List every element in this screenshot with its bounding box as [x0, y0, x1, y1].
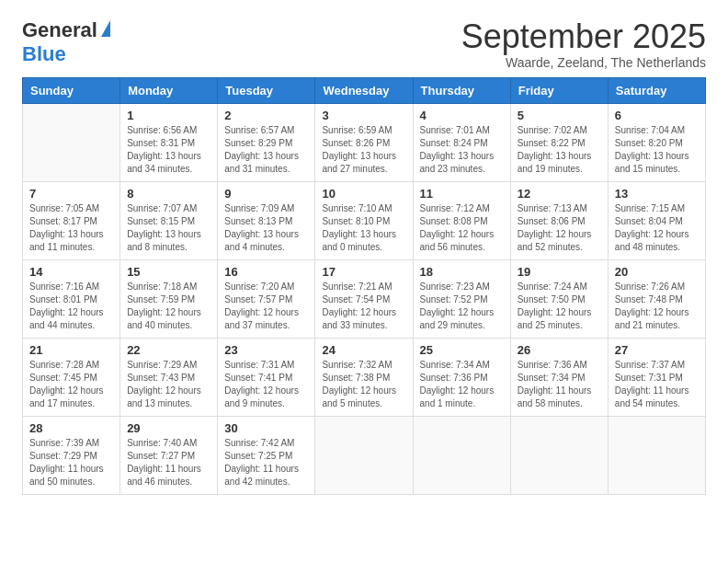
logo-triangle-icon [101, 20, 110, 37]
logo: General Blue [22, 18, 110, 66]
day-number: 29 [127, 421, 210, 435]
day-number: 18 [420, 265, 504, 279]
logo-general-text: General [22, 18, 97, 42]
day-number: 24 [322, 343, 405, 357]
day-info: Sunrise: 7:10 AM Sunset: 8:10 PM Dayligh… [322, 202, 405, 254]
day-number: 12 [518, 187, 601, 201]
day-info: Sunrise: 7:02 AM Sunset: 8:22 PM Dayligh… [518, 124, 601, 176]
day-info: Sunrise: 7:37 AM Sunset: 7:31 PM Dayligh… [615, 359, 699, 410]
column-header-tuesday: Tuesday [218, 77, 315, 103]
calendar-cell: 28Sunrise: 7:39 AM Sunset: 7:29 PM Dayli… [23, 416, 120, 494]
column-header-sunday: Sunday [23, 77, 120, 103]
calendar-cell: 8Sunrise: 7:07 AM Sunset: 8:15 PM Daylig… [120, 181, 218, 259]
calendar-cell: 9Sunrise: 7:09 AM Sunset: 8:13 PM Daylig… [218, 181, 315, 259]
day-info: Sunrise: 7:36 AM Sunset: 7:34 PM Dayligh… [518, 359, 601, 410]
column-header-thursday: Thursday [413, 77, 510, 103]
day-number: 25 [420, 343, 504, 357]
day-info: Sunrise: 6:59 AM Sunset: 8:26 PM Dayligh… [322, 124, 405, 176]
day-info: Sunrise: 7:42 AM Sunset: 7:25 PM Dayligh… [224, 437, 308, 488]
month-title: September 2025 [461, 18, 706, 55]
calendar-cell: 4Sunrise: 7:01 AM Sunset: 8:24 PM Daylig… [413, 103, 510, 181]
day-info: Sunrise: 7:29 AM Sunset: 7:43 PM Dayligh… [127, 359, 210, 410]
day-info: Sunrise: 6:56 AM Sunset: 8:31 PM Dayligh… [127, 124, 210, 176]
day-info: Sunrise: 7:01 AM Sunset: 8:24 PM Dayligh… [420, 124, 504, 176]
week-row-3: 14Sunrise: 7:16 AM Sunset: 8:01 PM Dayli… [23, 259, 706, 338]
week-row-2: 7Sunrise: 7:05 AM Sunset: 8:17 PM Daylig… [23, 181, 706, 259]
day-info: Sunrise: 6:57 AM Sunset: 8:29 PM Dayligh… [224, 124, 308, 176]
calendar-cell: 13Sunrise: 7:15 AM Sunset: 8:04 PM Dayli… [608, 181, 705, 259]
week-row-4: 21Sunrise: 7:28 AM Sunset: 7:45 PM Dayli… [23, 338, 706, 416]
calendar-cell: 27Sunrise: 7:37 AM Sunset: 7:31 PM Dayli… [608, 338, 705, 416]
day-info: Sunrise: 7:26 AM Sunset: 7:48 PM Dayligh… [615, 281, 699, 332]
day-info: Sunrise: 7:04 AM Sunset: 8:20 PM Dayligh… [615, 124, 699, 176]
day-info: Sunrise: 7:16 AM Sunset: 8:01 PM Dayligh… [29, 281, 113, 332]
day-info: Sunrise: 7:21 AM Sunset: 7:54 PM Dayligh… [322, 281, 405, 332]
day-info: Sunrise: 7:31 AM Sunset: 7:41 PM Dayligh… [224, 359, 308, 410]
day-number: 19 [518, 265, 601, 279]
day-number: 3 [322, 109, 405, 122]
day-number: 9 [224, 187, 308, 201]
calendar-cell [315, 416, 413, 494]
calendar-cell: 15Sunrise: 7:18 AM Sunset: 7:59 PM Dayli… [120, 259, 218, 338]
day-number: 13 [615, 187, 699, 201]
column-header-wednesday: Wednesday [315, 77, 413, 103]
calendar-cell: 5Sunrise: 7:02 AM Sunset: 8:22 PM Daylig… [510, 103, 608, 181]
day-number: 30 [224, 421, 308, 435]
calendar-cell: 11Sunrise: 7:12 AM Sunset: 8:08 PM Dayli… [413, 181, 510, 259]
calendar-table: SundayMondayTuesdayWednesdayThursdayFrid… [22, 77, 706, 495]
logo-blue-text: Blue [22, 42, 66, 66]
day-info: Sunrise: 7:20 AM Sunset: 7:57 PM Dayligh… [224, 281, 308, 332]
calendar-cell: 20Sunrise: 7:26 AM Sunset: 7:48 PM Dayli… [608, 259, 705, 338]
calendar-cell: 19Sunrise: 7:24 AM Sunset: 7:50 PM Dayli… [510, 259, 608, 338]
calendar-cell: 26Sunrise: 7:36 AM Sunset: 7:34 PM Dayli… [510, 338, 608, 416]
calendar-cell: 25Sunrise: 7:34 AM Sunset: 7:36 PM Dayli… [413, 338, 510, 416]
calendar-cell: 30Sunrise: 7:42 AM Sunset: 7:25 PM Dayli… [218, 416, 315, 494]
day-number: 14 [29, 265, 113, 279]
day-number: 21 [29, 343, 113, 357]
page-header: General Blue September 2025 Waarde, Zeel… [22, 18, 706, 70]
day-number: 16 [224, 265, 308, 279]
calendar-cell: 7Sunrise: 7:05 AM Sunset: 8:17 PM Daylig… [23, 181, 120, 259]
calendar-cell: 29Sunrise: 7:40 AM Sunset: 7:27 PM Dayli… [120, 416, 218, 494]
calendar-cell: 1Sunrise: 6:56 AM Sunset: 8:31 PM Daylig… [120, 103, 218, 181]
calendar-cell [23, 103, 120, 181]
title-block: September 2025 Waarde, Zeeland, The Neth… [461, 18, 706, 70]
calendar-cell [608, 416, 705, 494]
day-number: 2 [224, 109, 308, 122]
calendar-cell: 10Sunrise: 7:10 AM Sunset: 8:10 PM Dayli… [315, 181, 413, 259]
day-number: 1 [127, 109, 210, 122]
column-header-monday: Monday [120, 77, 218, 103]
day-info: Sunrise: 7:13 AM Sunset: 8:06 PM Dayligh… [518, 202, 601, 254]
day-number: 17 [322, 265, 405, 279]
day-info: Sunrise: 7:23 AM Sunset: 7:52 PM Dayligh… [420, 281, 504, 332]
calendar-header-row: SundayMondayTuesdayWednesdayThursdayFrid… [23, 77, 706, 103]
day-info: Sunrise: 7:32 AM Sunset: 7:38 PM Dayligh… [322, 359, 405, 410]
day-number: 6 [615, 109, 699, 122]
calendar-cell: 17Sunrise: 7:21 AM Sunset: 7:54 PM Dayli… [315, 259, 413, 338]
calendar-cell: 23Sunrise: 7:31 AM Sunset: 7:41 PM Dayli… [218, 338, 315, 416]
day-number: 20 [615, 265, 699, 279]
day-number: 8 [127, 187, 210, 201]
calendar-cell: 2Sunrise: 6:57 AM Sunset: 8:29 PM Daylig… [218, 103, 315, 181]
calendar-cell: 6Sunrise: 7:04 AM Sunset: 8:20 PM Daylig… [608, 103, 705, 181]
day-info: Sunrise: 7:34 AM Sunset: 7:36 PM Dayligh… [420, 359, 504, 410]
calendar-cell: 18Sunrise: 7:23 AM Sunset: 7:52 PM Dayli… [413, 259, 510, 338]
calendar-cell: 12Sunrise: 7:13 AM Sunset: 8:06 PM Dayli… [510, 181, 608, 259]
day-number: 10 [322, 187, 405, 201]
day-number: 28 [29, 421, 113, 435]
day-number: 27 [615, 343, 699, 357]
day-number: 15 [127, 265, 210, 279]
day-info: Sunrise: 7:18 AM Sunset: 7:59 PM Dayligh… [127, 281, 210, 332]
day-info: Sunrise: 7:12 AM Sunset: 8:08 PM Dayligh… [420, 202, 504, 254]
day-info: Sunrise: 7:28 AM Sunset: 7:45 PM Dayligh… [29, 359, 113, 410]
day-number: 11 [420, 187, 504, 201]
calendar-cell: 21Sunrise: 7:28 AM Sunset: 7:45 PM Dayli… [23, 338, 120, 416]
calendar-cell [510, 416, 608, 494]
calendar-cell: 22Sunrise: 7:29 AM Sunset: 7:43 PM Dayli… [120, 338, 218, 416]
day-number: 7 [29, 187, 113, 201]
day-info: Sunrise: 7:09 AM Sunset: 8:13 PM Dayligh… [224, 202, 308, 254]
column-header-saturday: Saturday [608, 77, 705, 103]
day-info: Sunrise: 7:07 AM Sunset: 8:15 PM Dayligh… [127, 202, 210, 254]
day-info: Sunrise: 7:40 AM Sunset: 7:27 PM Dayligh… [127, 437, 210, 488]
week-row-5: 28Sunrise: 7:39 AM Sunset: 7:29 PM Dayli… [23, 416, 706, 494]
